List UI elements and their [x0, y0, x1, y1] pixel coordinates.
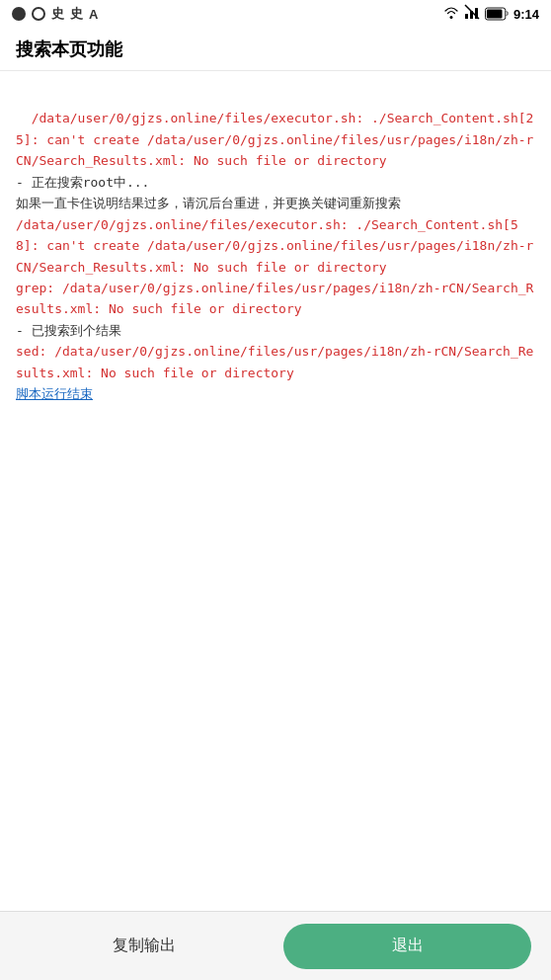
output-line: - 已搜索到个结果	[16, 323, 121, 338]
status-icon-4: 史	[70, 5, 83, 23]
status-icon-3: 史	[51, 5, 64, 23]
time-display: 9:14	[513, 7, 539, 22]
output-block: /data/user/0/gjzs.online/files/executor.…	[16, 87, 535, 405]
status-icon-5: A	[89, 7, 98, 22]
status-bar: 史 史 A	[0, 0, 551, 28]
status-dot-1	[12, 7, 26, 21]
copy-button[interactable]: 复制输出	[20, 924, 268, 969]
output-line: sed: /data/user/0/gjzs.online/files/usr/…	[16, 344, 533, 379]
output-line: - 正在搜索root中...	[16, 175, 149, 190]
svg-rect-5	[487, 9, 503, 18]
title-bar: 搜索本页功能	[0, 28, 551, 71]
wifi-icon	[443, 4, 459, 24]
svg-rect-0	[465, 14, 468, 19]
bottom-bar: 复制输出 退出	[0, 911, 551, 980]
output-line[interactable]: 脚本运行结束	[16, 386, 93, 401]
battery-icon	[485, 7, 509, 21]
output-line: /data/user/0/gjzs.online/files/executor.…	[16, 111, 533, 168]
exit-button[interactable]: 退出	[283, 924, 531, 969]
page-title: 搜索本页功能	[16, 38, 122, 61]
output-line: 如果一直卡住说明结果过多，请沉后台重进，并更换关键词重新搜索	[16, 196, 401, 210]
status-bar-left: 史 史 A	[12, 5, 98, 23]
status-dot-2	[32, 7, 45, 21]
output-line: /data/user/0/gjzs.online/files/executor.…	[16, 217, 533, 275]
main-content: /data/user/0/gjzs.online/files/executor.…	[0, 71, 551, 911]
signal-icon	[464, 4, 480, 24]
output-line: grep: /data/user/0/gjzs.online/files/usr…	[16, 281, 533, 316]
status-bar-right: 9:14	[443, 4, 539, 24]
